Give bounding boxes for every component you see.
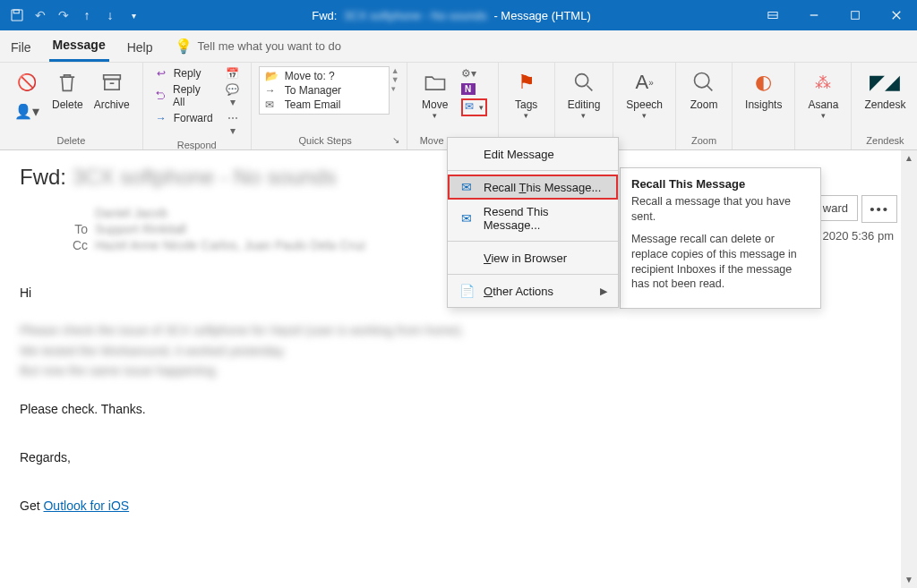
chevron-down-icon: ▾ (433, 111, 437, 120)
menu-edit-message[interactable]: ·Edit Message (448, 141, 618, 166)
group-quick-steps: 📂Move to: ? →To Manager ✉Team Email ▲ ▼ … (252, 63, 407, 149)
cc-label: Cc (63, 238, 88, 252)
lightbulb-icon: 💡 (175, 38, 193, 55)
forward-label: Forward (174, 112, 213, 124)
window-title: Fwd: 3CX softphone - No sounds - Message… (150, 9, 752, 22)
group-qs-label: Quick Steps ↘ (259, 133, 399, 146)
group-respond-label: Respond (150, 138, 244, 150)
vertical-scrollbar[interactable]: ▲ ▼ (901, 150, 917, 588)
tab-help[interactable]: Help (124, 33, 157, 62)
qs-move-to[interactable]: 📂Move to: ? (261, 69, 387, 83)
tab-file[interactable]: File (7, 33, 35, 62)
qs-team-email[interactable]: ✉Team Email (261, 98, 387, 112)
archive-button[interactable]: Archive (89, 66, 135, 113)
minimize-button[interactable] (793, 0, 835, 30)
qs-more-icon[interactable]: ▾ (391, 84, 399, 93)
menu-separator (448, 170, 618, 171)
delete-label: Delete (52, 98, 83, 111)
meeting-button[interactable]: 📅 (222, 66, 244, 81)
svg-rect-3 (852, 12, 860, 20)
menu-resend-message[interactable]: ✉Resend This Message... (448, 200, 618, 237)
forward-icon: → (154, 112, 168, 124)
tags-label: Tags (515, 98, 537, 111)
from-value: Daniel Jacob (95, 206, 167, 220)
svg-point-6 (576, 74, 588, 87)
group-delete-label: Delete (7, 133, 135, 146)
move-button[interactable]: Move ▾ (415, 66, 456, 122)
delete-button[interactable]: Delete (47, 66, 89, 113)
editing-button[interactable]: Editing▾ (562, 66, 606, 122)
menu-recall-label: Recall This Message... (484, 181, 601, 194)
resend-icon: ✉ (458, 211, 475, 226)
im-button[interactable]: 💬▾ (222, 82, 244, 109)
tags-button[interactable]: ⚑Tags▾ (506, 66, 547, 122)
save-icon[interactable] (9, 7, 25, 23)
menu-edit-label: Edit Message (484, 148, 554, 161)
folder-move-icon: 📂 (265, 70, 279, 82)
ribbon-tabbar: File Message Help 💡 Tell me what you wan… (0, 30, 917, 63)
menu-other-actions[interactable]: 📄Other Actions▶ (448, 278, 618, 303)
more-actions-button[interactable]: ••• (861, 195, 897, 223)
insights-label: Insights (745, 98, 782, 111)
qat-customize-icon[interactable]: ▾ (125, 7, 141, 23)
scroll-up-icon[interactable]: ▲ (901, 150, 917, 166)
menu-recall-message[interactable]: ✉Recall This Message... (448, 175, 618, 200)
zoom-label: Zoom (690, 98, 718, 111)
junk-icon: 👤▾ (13, 97, 41, 125)
body-check: Please check. Thanks. (20, 399, 897, 419)
reply-all-button[interactable]: ⮌Reply All (150, 82, 217, 109)
maximize-button[interactable] (835, 0, 876, 30)
outlook-ios-link[interactable]: Outlook for iOS (43, 499, 129, 513)
actions-icon: ✉ (465, 100, 479, 115)
tooltip-title: Recall This Message (631, 177, 810, 191)
tell-me-text: Tell me what you want to do (198, 39, 341, 53)
more-respond-button[interactable]: ⋯▾ (222, 111, 244, 138)
ignore-button[interactable]: 🚫 👤▾ (7, 66, 47, 129)
more-icon: ⋯▾ (226, 112, 240, 137)
tell-me[interactable]: 💡 Tell me what you want to do (171, 30, 345, 62)
title-prefix: Fwd: (312, 9, 337, 22)
ignore-icon: 🚫 (13, 68, 41, 97)
menu-view-in-browser[interactable]: ·View in Browser (448, 245, 618, 270)
window-controls (752, 0, 917, 30)
reply-button[interactable]: ↩Reply (150, 66, 217, 81)
close-button[interactable] (876, 0, 917, 30)
group-zendesk-label: Zendesk (859, 133, 911, 146)
redo-icon[interactable]: ↷ (56, 7, 72, 23)
ribbon-options-button[interactable] (752, 0, 793, 30)
to-value: Support Rinkitall (95, 222, 186, 236)
zoom-button[interactable]: Zoom (683, 66, 724, 113)
group-delete: 🚫 👤▾ Delete Archive Delete (0, 63, 143, 149)
next-icon[interactable]: ↓ (102, 7, 118, 23)
scroll-down-icon[interactable]: ▼ (901, 572, 917, 588)
zendesk-button[interactable]: ◤◢Zendesk (859, 66, 911, 113)
qs-up-icon[interactable]: ▲ (391, 66, 399, 75)
speech-button[interactable]: A»Speech▾ (621, 66, 668, 122)
title-subject: 3CX softphone - No sounds (340, 9, 491, 22)
titlebar: ↶ ↷ ↑ ↓ ▾ Fwd: 3CX softphone - No sounds… (0, 0, 917, 30)
body-signature: Get Outlook for iOS (20, 496, 897, 516)
submenu-arrow-icon: ▶ (600, 285, 607, 297)
asana-label: Asana (808, 98, 838, 111)
rules-button[interactable]: ⚙▾ (458, 66, 491, 81)
title-suffix: - Message (HTML) (493, 9, 590, 22)
group-zendesk: ◤◢Zendesk Zendesk (852, 63, 917, 149)
asana-button[interactable]: ⁂Asana▾ (802, 66, 844, 122)
timestamp: 2020 5:36 pm (822, 229, 894, 243)
quick-steps-gallery[interactable]: 📂Move to: ? →To Manager ✉Team Email (259, 66, 390, 115)
cc-value: Hazel Anne Nicole Carlos, Juan Paulo Del… (95, 238, 366, 252)
zendesk-icon: ◤◢ (870, 68, 899, 97)
chat-icon: 💬▾ (226, 83, 240, 108)
forward-button[interactable]: →Forward (150, 111, 217, 125)
onenote-button[interactable]: N (458, 82, 491, 96)
flag-icon: ⚑ (512, 68, 541, 97)
actions-button[interactable]: ✉▾ (458, 98, 491, 117)
tab-message[interactable]: Message (49, 30, 109, 62)
qs-down-icon[interactable]: ▼ (391, 75, 399, 84)
previous-icon[interactable]: ↑ (79, 7, 95, 23)
insights-button[interactable]: ◐Insights (740, 66, 787, 113)
subject-text: 3CX softphone - No sounds (73, 165, 337, 189)
undo-icon[interactable]: ↶ (32, 7, 48, 23)
read-aloud-icon: A» (630, 68, 659, 97)
qs-to-manager[interactable]: →To Manager (261, 83, 387, 98)
